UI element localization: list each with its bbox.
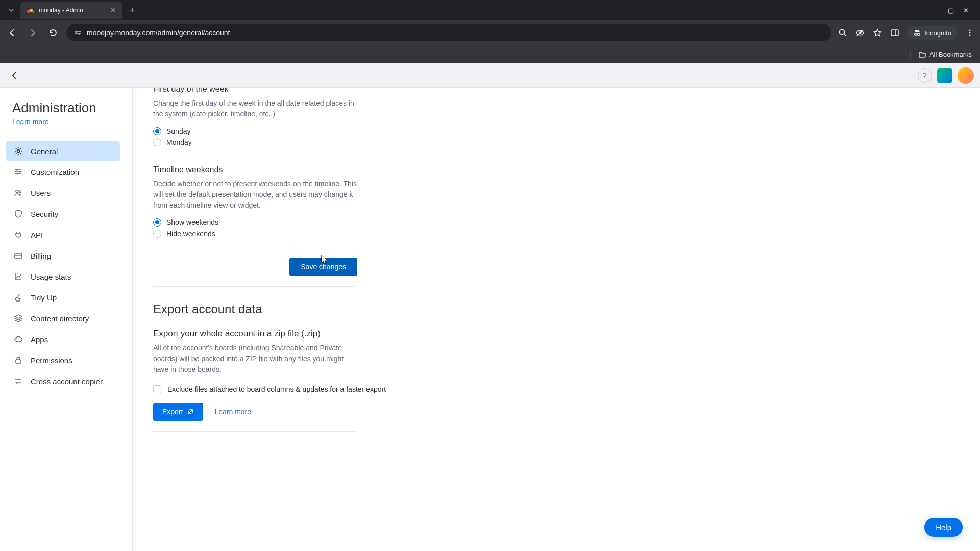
minimize-button[interactable]: —	[932, 7, 939, 14]
tab-close-icon[interactable]: ✕	[110, 6, 116, 14]
section-divider	[153, 431, 357, 432]
checkbox-icon	[153, 385, 161, 393]
back-button[interactable]	[5, 26, 19, 40]
sidebar-item-security[interactable]: Security	[6, 204, 120, 224]
svg-rect-9	[891, 30, 898, 36]
radio-icon	[153, 127, 161, 135]
help-fab-button[interactable]: Help	[924, 518, 963, 537]
sidebar-item-permissions[interactable]: Permissions	[6, 350, 120, 370]
weekends-desc: Decide whether or not to present weekend…	[153, 179, 357, 211]
svg-point-20	[19, 191, 21, 193]
sidebar-item-cross-account-copier[interactable]: Cross account copier	[6, 371, 120, 391]
layers-icon	[13, 313, 23, 323]
incognito-label: Incognito	[924, 29, 951, 37]
svg-point-12	[969, 30, 971, 31]
sliders-icon	[13, 167, 23, 177]
site-info-icon[interactable]	[74, 29, 82, 37]
radio-icon	[153, 218, 161, 227]
radio-label: Hide weekends	[166, 230, 215, 238]
close-window-button[interactable]: ✕	[963, 7, 969, 14]
sidebar-item-apps[interactable]: Apps	[6, 329, 120, 349]
eye-off-icon[interactable]	[855, 28, 865, 38]
export-learn-more-link[interactable]: Learn more	[214, 408, 251, 416]
sidebar-item-customization[interactable]: Customization	[6, 162, 120, 182]
browser-menu-icon[interactable]	[965, 28, 975, 38]
toolbar-icons: Incognito	[838, 26, 975, 40]
all-bookmarks-button[interactable]: All Bookmarks	[918, 51, 972, 59]
user-avatar[interactable]	[958, 67, 974, 84]
content-area[interactable]: First day of the week Change the first d…	[133, 88, 980, 551]
tab-search-dropdown[interactable]	[4, 3, 18, 17]
tab-title: monday - Admin	[39, 7, 106, 14]
url-text: moodjoy.monday.com/admin/general/account	[87, 29, 824, 37]
svg-point-7	[840, 30, 845, 35]
radio-show-weekends[interactable]: Show weekends	[153, 217, 960, 228]
sidebar-item-tidy-up[interactable]: Tidy Up	[6, 287, 120, 308]
sidebar-item-label: Tidy Up	[31, 293, 57, 302]
sidebar-item-users[interactable]: Users	[6, 183, 120, 203]
workspace-avatar[interactable]	[937, 68, 952, 83]
search-icon[interactable]	[838, 28, 848, 38]
bookmarks-bar: | All Bookmarks	[0, 45, 980, 63]
sidebar-item-label: Permissions	[31, 356, 72, 365]
tab-strip: monday - Admin ✕ + — ▢ ✕	[0, 0, 980, 20]
reload-button[interactable]	[46, 26, 60, 40]
radio-label: Monday	[166, 138, 192, 146]
svg-point-1	[30, 9, 33, 12]
bookmark-star-icon[interactable]	[872, 28, 883, 38]
sidebar-item-label: General	[31, 147, 58, 156]
first-day-desc: Change the first day of the week in the …	[153, 98, 357, 119]
sidebar-item-billing[interactable]: Billing	[6, 245, 120, 266]
radio-sunday[interactable]: Sunday	[153, 126, 960, 137]
app-header: ?	[0, 63, 980, 88]
svg-point-16	[16, 169, 18, 171]
lock-icon	[13, 355, 23, 365]
sidebar-item-label: Content directory	[31, 314, 89, 323]
sidebar-item-label: Usage stats	[31, 272, 71, 281]
browser-tab[interactable]: monday - Admin ✕	[20, 2, 122, 19]
external-link-icon	[187, 408, 194, 415]
new-tab-button[interactable]: +	[125, 5, 140, 16]
export-heading: Export account data	[153, 302, 960, 316]
checkbox-label: Exclude files attached to board columns …	[167, 385, 386, 393]
side-panel-icon[interactable]	[890, 28, 900, 38]
sidebar-title: Administration	[0, 100, 132, 116]
sidebar-learn-more-link[interactable]: Learn more	[0, 116, 132, 136]
app-body: Administration Learn more General Custom…	[0, 88, 980, 551]
export-button-label: Export	[162, 408, 183, 416]
radio-hide-weekends[interactable]: Hide weekends	[153, 228, 960, 239]
bookmarks-divider: |	[909, 50, 911, 59]
sidebar-item-label: Apps	[31, 335, 48, 344]
transfer-icon	[13, 376, 23, 386]
sidebar-item-api[interactable]: API	[6, 224, 120, 245]
gear-icon	[13, 146, 23, 156]
svg-point-11	[918, 33, 920, 36]
radio-label: Sunday	[166, 127, 190, 135]
exclude-files-checkbox[interactable]: Exclude files attached to board columns …	[153, 385, 960, 393]
sidebar-item-general[interactable]: General	[6, 141, 120, 161]
svg-rect-22	[16, 360, 21, 363]
folder-icon	[918, 51, 926, 59]
monday-favicon-icon	[27, 6, 35, 14]
sidebar-item-usage-stats[interactable]: Usage stats	[6, 266, 120, 287]
sidebar-items[interactable]: General Customization Users Security API…	[0, 140, 132, 540]
incognito-badge[interactable]: Incognito	[907, 26, 958, 40]
address-bar[interactable]: moodjoy.monday.com/admin/general/account	[66, 24, 831, 41]
svg-point-14	[969, 35, 971, 36]
svg-point-15	[17, 150, 20, 153]
forward-button[interactable]	[26, 26, 40, 40]
radio-monday[interactable]: Monday	[153, 137, 960, 148]
maximize-button[interactable]: ▢	[948, 7, 954, 14]
export-desc: All of the account's boards (including S…	[153, 343, 357, 375]
first-day-title: First day of the week	[153, 88, 960, 94]
sidebar-item-label: Cross account copier	[31, 377, 103, 386]
app-back-button[interactable]	[6, 67, 22, 84]
svg-point-17	[19, 171, 21, 173]
first-day-radio-group: Sunday Monday	[153, 126, 960, 148]
save-changes-button[interactable]: Save changes	[289, 258, 357, 276]
export-button[interactable]: Export	[153, 403, 203, 421]
header-help-button[interactable]: ?	[918, 68, 932, 83]
svg-rect-21	[15, 253, 22, 258]
card-icon	[13, 251, 23, 261]
sidebar-item-content-directory[interactable]: Content directory	[6, 308, 120, 329]
